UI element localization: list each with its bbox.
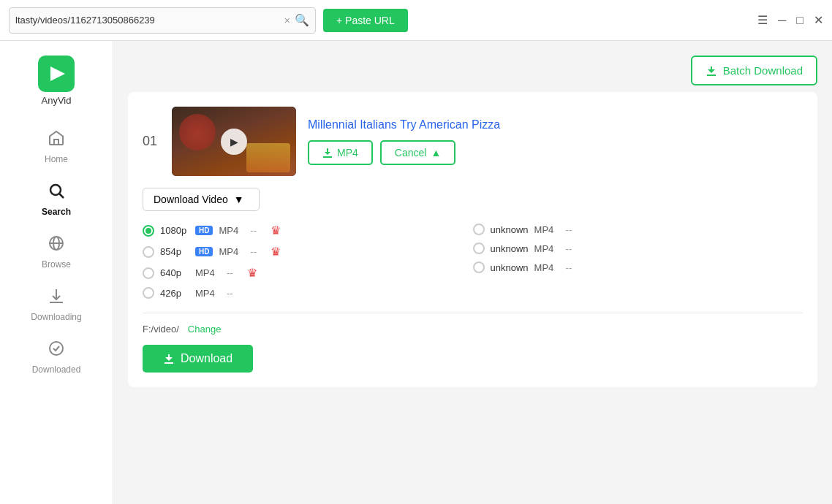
quality-row-640: 640p MP4 -- ♛ <box>143 262 473 283</box>
radio-unknown-1[interactable] <box>473 224 485 235</box>
save-path-row: F:/video/ Change <box>143 324 803 335</box>
quality-unknown-1-label: unknown <box>491 224 529 235</box>
download-video-dropdown[interactable]: Download Video ▼ <box>143 188 260 211</box>
svg-rect-1 <box>54 140 58 145</box>
app-name: AnyVid <box>42 95 72 106</box>
batch-download-button[interactable]: Batch Download <box>691 56 817 85</box>
cancel-label: Cancel <box>395 147 427 159</box>
format-426p: MP4 <box>195 288 221 299</box>
home-icon <box>48 129 65 151</box>
mp4-button[interactable]: MP4 <box>308 140 373 165</box>
sidebar-downloading-label: Downloading <box>31 312 81 322</box>
svg-rect-10 <box>323 156 332 158</box>
menu-icon[interactable]: ☰ <box>757 13 768 27</box>
radio-854p[interactable] <box>143 246 154 258</box>
svg-rect-11 <box>164 362 173 364</box>
radio-1080p[interactable] <box>143 225 154 237</box>
dash-unknown-3: -- <box>566 262 580 273</box>
change-path-button[interactable]: Change <box>188 324 222 335</box>
quality-row-unknown-2: unknown MP4 -- <box>473 239 803 258</box>
quality-row-unknown-3: unknown MP4 -- <box>473 258 803 277</box>
save-path-text: F:/video/ <box>143 324 179 335</box>
quality-854p-label: 854p <box>160 246 189 257</box>
video-title-area: Millennial Italians Try American Pizza M… <box>308 118 803 165</box>
sidebar-item-downloading[interactable]: Downloading <box>0 278 113 331</box>
dash-426p: -- <box>227 288 241 299</box>
search-nav-icon <box>48 182 65 204</box>
sidebar-item-downloaded[interactable]: Downloaded <box>0 331 113 383</box>
sidebar-browse-label: Browse <box>42 259 71 270</box>
mp4-label: MP4 <box>337 147 358 159</box>
hd-badge-854: HD <box>195 247 213 256</box>
format-unknown-1: MP4 <box>534 224 560 235</box>
sidebar-item-browse[interactable]: Browse <box>0 226 113 278</box>
download-btn-label: Download <box>181 352 232 365</box>
quality-row-854: 854p HD MP4 -- ♛ <box>143 241 473 262</box>
batch-download-label: Batch Download <box>723 64 803 77</box>
dropdown-chevron-icon: ▼ <box>234 194 244 205</box>
url-clear-btn[interactable]: × <box>284 15 290 26</box>
sidebar-item-search[interactable]: Search <box>0 173 113 226</box>
app-logo <box>38 56 75 92</box>
play-button[interactable]: ▶ <box>221 129 247 155</box>
radio-640p[interactable] <box>143 267 154 279</box>
format-unknown-3: MP4 <box>534 262 560 273</box>
hd-badge-1080: HD <box>195 226 213 235</box>
cancel-button[interactable]: Cancel ▲ <box>380 140 455 165</box>
quality-right-col: unknown MP4 -- unknown MP4 -- <box>473 220 803 302</box>
dash-854p: -- <box>250 246 265 257</box>
minimize-button[interactable]: ─ <box>778 14 786 27</box>
dash-unknown-2: -- <box>566 243 580 254</box>
crown-icon-1080: ♛ <box>271 224 281 237</box>
downloading-icon <box>48 287 65 309</box>
sidebar-item-home[interactable]: Home <box>0 121 113 173</box>
svg-point-2 <box>50 185 61 195</box>
close-button[interactable]: ✕ <box>814 13 823 27</box>
quality-1080p-label: 1080p <box>160 225 189 236</box>
quality-unknown-2-label: unknown <box>491 243 529 254</box>
downloaded-icon <box>48 340 65 362</box>
dash-640p: -- <box>227 267 241 278</box>
svg-point-8 <box>50 342 63 355</box>
content-area: Batch Download 01 ▶ Millennial Italians … <box>113 41 832 504</box>
video-title: Millennial Italians Try American Pizza <box>308 118 803 131</box>
video-card: 01 ▶ Millennial Italians Try American Pi… <box>128 92 817 387</box>
url-bar: ltasty/videos/1162713050866239 × 🔍 <box>9 7 316 34</box>
maximize-button[interactable]: □ <box>796 14 803 27</box>
search-icon[interactable]: 🔍 <box>295 13 309 27</box>
video-actions: MP4 Cancel ▲ <box>308 140 803 165</box>
sidebar-home-label: Home <box>45 154 68 164</box>
url-text: ltasty/videos/1162713050866239 <box>15 15 280 26</box>
quality-grid: 1080p HD MP4 -- ♛ 854p HD MP4 -- <box>143 220 803 302</box>
main-layout: AnyVid Home Search <box>0 41 832 504</box>
sidebar-search-label: Search <box>42 207 71 217</box>
title-bar: ltasty/videos/1162713050866239 × 🔍 + Pas… <box>0 0 832 41</box>
video-number: 01 <box>143 134 160 149</box>
download-section: Download Video ▼ 1080p HD MP4 <box>143 188 803 373</box>
cancel-chevron-icon: ▲ <box>431 147 441 159</box>
quality-426p-label: 426p <box>160 288 189 299</box>
quality-row-426: 426p MP4 -- <box>143 283 473 302</box>
radio-unknown-2[interactable] <box>473 243 485 254</box>
quality-left-col: 1080p HD MP4 -- ♛ 854p HD MP4 -- <box>143 220 473 302</box>
radio-unknown-3[interactable] <box>473 261 485 273</box>
download-button[interactable]: Download <box>143 345 253 373</box>
paste-url-button[interactable]: + Paste URL <box>323 9 408 32</box>
divider <box>143 313 803 313</box>
video-header: 01 ▶ Millennial Italians Try American Pi… <box>143 107 803 176</box>
svg-rect-9 <box>707 75 716 76</box>
paste-url-label: + Paste URL <box>336 15 395 26</box>
quality-640p-label: 640p <box>160 267 189 278</box>
sidebar: AnyVid Home Search <box>0 41 113 504</box>
format-unknown-2: MP4 <box>534 243 560 254</box>
format-640p: MP4 <box>195 267 221 278</box>
crown-icon-640: ♛ <box>247 266 257 280</box>
dash-unknown-1: -- <box>566 224 580 235</box>
dash-1080p: -- <box>250 225 265 236</box>
radio-426p[interactable] <box>143 287 154 299</box>
video-thumbnail[interactable]: ▶ <box>172 107 296 176</box>
sidebar-downloaded-label: Downloaded <box>32 364 81 375</box>
dropdown-label: Download Video <box>154 194 228 205</box>
browse-icon <box>48 234 65 256</box>
svg-line-3 <box>60 194 64 199</box>
